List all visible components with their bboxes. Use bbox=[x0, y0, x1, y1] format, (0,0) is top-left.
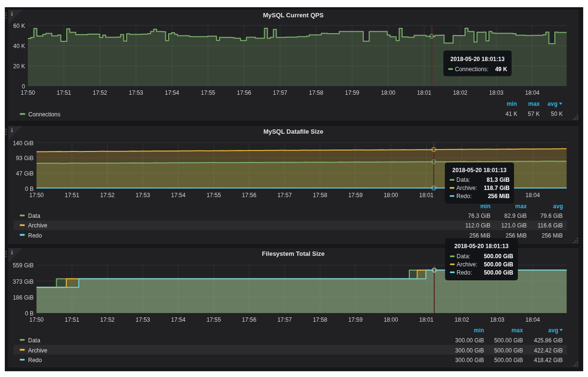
svg-text:17:55: 17:55 bbox=[201, 89, 215, 96]
svg-text:17:58: 17:58 bbox=[313, 192, 327, 199]
svg-text:17:55: 17:55 bbox=[207, 192, 221, 199]
svg-text:116.6 GiB: 116.6 GiB bbox=[538, 222, 563, 229]
svg-text:Data: Data bbox=[28, 213, 41, 219]
svg-text:79.6 GiB: 79.6 GiB bbox=[540, 213, 563, 219]
svg-text:500.00 GiB: 500.00 GiB bbox=[494, 337, 523, 344]
svg-text:avg: avg bbox=[548, 327, 558, 334]
svg-text:17:54: 17:54 bbox=[171, 316, 185, 323]
svg-text:17:55: 17:55 bbox=[207, 316, 221, 323]
svg-text:i: i bbox=[11, 126, 13, 134]
svg-text:50 K: 50 K bbox=[551, 111, 563, 117]
svg-text:500.00 GiB: 500.00 GiB bbox=[494, 357, 523, 364]
svg-text:256 MiB: 256 MiB bbox=[541, 232, 563, 239]
svg-text:40 K: 40 K bbox=[13, 43, 25, 50]
svg-text:41 K: 41 K bbox=[505, 111, 517, 117]
svg-text:17:54: 17:54 bbox=[171, 192, 185, 199]
svg-text:18:01: 18:01 bbox=[417, 89, 431, 96]
svg-text:425.86 GiB: 425.86 GiB bbox=[534, 337, 563, 344]
svg-text:Data:: Data: bbox=[456, 176, 470, 183]
svg-text:17:56: 17:56 bbox=[242, 316, 257, 323]
svg-text:57 K: 57 K bbox=[528, 111, 540, 117]
svg-text:49 K: 49 K bbox=[495, 66, 508, 73]
svg-text:256 MiB: 256 MiB bbox=[488, 193, 510, 200]
svg-text:max: max bbox=[515, 203, 527, 210]
svg-text:Archive:: Archive: bbox=[456, 185, 477, 191]
svg-text:559 GiB: 559 GiB bbox=[13, 262, 34, 269]
svg-text:Redo:: Redo: bbox=[457, 269, 472, 276]
svg-text:18:00: 18:00 bbox=[384, 192, 398, 199]
svg-text:i: i bbox=[11, 249, 13, 256]
svg-text:300.00 GiB: 300.00 GiB bbox=[455, 347, 484, 354]
svg-text:17:50: 17:50 bbox=[21, 89, 35, 96]
svg-text:17:52: 17:52 bbox=[100, 192, 114, 199]
svg-text:17:51: 17:51 bbox=[65, 316, 79, 323]
svg-text:2018-05-20 18:01:13: 2018-05-20 18:01:13 bbox=[454, 243, 509, 250]
svg-text:18:04: 18:04 bbox=[526, 316, 540, 323]
svg-text:max: max bbox=[528, 101, 539, 107]
svg-text:Archive:: Archive: bbox=[457, 261, 478, 268]
svg-text:Data: Data bbox=[28, 337, 41, 344]
svg-text:300.00 GiB: 300.00 GiB bbox=[455, 337, 484, 344]
svg-text:18:00: 18:00 bbox=[381, 89, 395, 96]
svg-text:60 K: 60 K bbox=[13, 23, 25, 29]
svg-text:min: min bbox=[474, 327, 484, 334]
svg-text:81.3 GiB: 81.3 GiB bbox=[487, 176, 510, 183]
svg-text:17:52: 17:52 bbox=[100, 316, 114, 323]
svg-text:MySQL Datafile Size: MySQL Datafile Size bbox=[263, 128, 323, 135]
svg-text:422.42 GiB: 422.42 GiB bbox=[534, 347, 563, 354]
svg-text:17:59: 17:59 bbox=[345, 89, 359, 96]
svg-text:256 MiB: 256 MiB bbox=[469, 232, 490, 239]
svg-text:Redo: Redo bbox=[28, 232, 42, 239]
svg-text:18:04: 18:04 bbox=[525, 89, 539, 96]
svg-text:18:04: 18:04 bbox=[526, 192, 540, 199]
svg-text:18:02: 18:02 bbox=[454, 316, 469, 323]
svg-text:avg: avg bbox=[553, 203, 563, 210]
svg-text:Connections:: Connections: bbox=[455, 66, 489, 73]
svg-text:500.00 GiB: 500.00 GiB bbox=[484, 261, 514, 268]
svg-text:112.0 GiB: 112.0 GiB bbox=[466, 222, 490, 229]
svg-text:18:01: 18:01 bbox=[419, 192, 433, 199]
svg-text:min: min bbox=[480, 203, 490, 210]
svg-text:MySQL Current QPS: MySQL Current QPS bbox=[263, 12, 324, 19]
svg-text:186 GiB: 186 GiB bbox=[13, 294, 34, 301]
svg-text:500.00 GiB: 500.00 GiB bbox=[484, 253, 514, 260]
svg-text:Redo: Redo bbox=[28, 357, 42, 364]
svg-text:Redo:: Redo: bbox=[456, 193, 472, 200]
svg-text:93 GiB: 93 GiB bbox=[16, 155, 34, 162]
svg-text:17:53: 17:53 bbox=[135, 192, 150, 199]
svg-text:Connections: Connections bbox=[28, 111, 61, 118]
svg-text:17:59: 17:59 bbox=[348, 316, 363, 323]
svg-text:17:57: 17:57 bbox=[277, 192, 292, 199]
svg-text:418.42 GiB: 418.42 GiB bbox=[534, 357, 563, 364]
svg-text:18:02: 18:02 bbox=[453, 89, 467, 96]
svg-text:17:54: 17:54 bbox=[165, 89, 179, 96]
svg-text:82.9 GiB: 82.9 GiB bbox=[504, 213, 527, 219]
svg-text:2018-05-20 18:01:13: 2018-05-20 18:01:13 bbox=[453, 167, 507, 174]
svg-text:17:58: 17:58 bbox=[313, 316, 327, 323]
svg-text:121.0 GiB: 121.0 GiB bbox=[501, 222, 527, 229]
svg-text:47 GiB: 47 GiB bbox=[16, 170, 34, 177]
svg-text:0 B: 0 B bbox=[25, 186, 34, 192]
svg-text:17:57: 17:57 bbox=[277, 316, 292, 323]
svg-text:20 K: 20 K bbox=[13, 63, 25, 70]
svg-text:2018-05-20 18:01:13: 2018-05-20 18:01:13 bbox=[451, 56, 505, 63]
svg-text:min: min bbox=[507, 101, 517, 107]
svg-text:0: 0 bbox=[22, 83, 25, 90]
svg-text:500.00 GiB: 500.00 GiB bbox=[494, 347, 523, 354]
svg-text:17:59: 17:59 bbox=[348, 192, 363, 199]
svg-text:373 GiB: 373 GiB bbox=[13, 278, 34, 285]
svg-text:256 MiB: 256 MiB bbox=[505, 232, 527, 239]
svg-text:18:03: 18:03 bbox=[490, 316, 504, 323]
svg-text:Archive: Archive bbox=[28, 347, 48, 354]
svg-text:17:52: 17:52 bbox=[93, 89, 107, 96]
svg-text:max: max bbox=[512, 327, 523, 334]
svg-text:17:50: 17:50 bbox=[29, 192, 44, 199]
svg-text:Filesystem Total Size: Filesystem Total Size bbox=[262, 250, 325, 257]
svg-text:140 GiB: 140 GiB bbox=[13, 140, 34, 147]
svg-text:17:50: 17:50 bbox=[29, 316, 44, 323]
svg-text:17:51: 17:51 bbox=[65, 192, 79, 199]
svg-text:17:53: 17:53 bbox=[135, 316, 150, 323]
svg-text:i: i bbox=[11, 10, 13, 17]
svg-text:17:53: 17:53 bbox=[129, 89, 143, 96]
svg-text:17:57: 17:57 bbox=[273, 89, 287, 96]
